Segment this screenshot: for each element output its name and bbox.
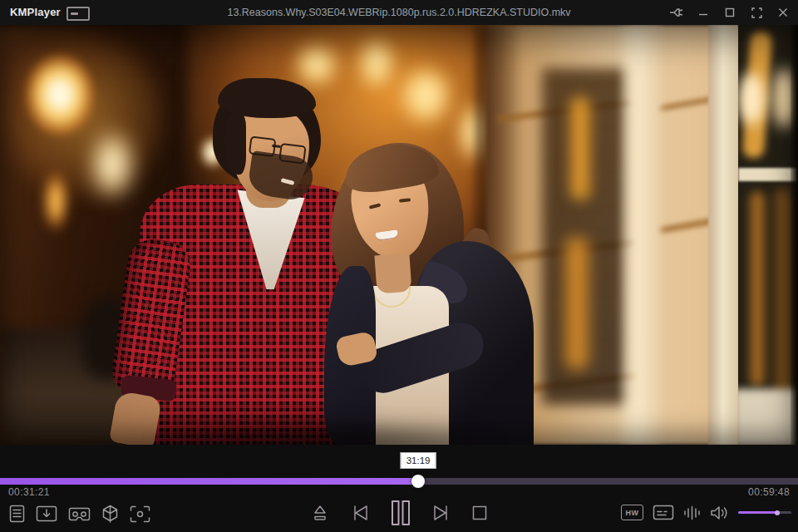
snapshot-icon [130,505,150,523]
equalizer-icon [683,505,701,520]
progress-handle[interactable] [411,475,425,488]
seek-bar[interactable] [0,478,798,485]
eject-icon [310,503,330,523]
vr-icon [68,506,91,522]
previous-icon [350,503,370,523]
stop-button[interactable] [471,505,488,521]
subtitle-icon [653,505,674,520]
subtitle-button[interactable] [653,505,674,520]
equalizer-button[interactable] [683,505,701,520]
pause-icon [390,500,411,526]
previous-button[interactable] [350,503,370,523]
volume-icon [710,505,729,520]
kmplayer-window: KMPlayer 13.Reasons.Why.S03E04.WEBRip.10… [0,0,798,532]
minimize-icon [698,7,708,17]
fullscreen-icon [751,7,762,18]
volume-slider[interactable] [738,511,791,514]
playlist-icon [9,505,25,523]
control-bar: 31:19 00:31:21 00:59:48 [0,445,798,532]
eject-button[interactable] [310,503,330,523]
left-toolbar [9,505,150,523]
video-area[interactable] [0,25,798,445]
maximize-icon [725,7,735,17]
fullscreen-button[interactable] [746,2,766,22]
transport-controls [310,498,488,528]
download-button[interactable] [36,505,57,522]
window-controls [667,0,793,25]
right-toolbar: HW [621,505,791,520]
total-time: 00:59:48 [748,486,790,498]
maximize-button[interactable] [720,2,740,22]
cube-3d-icon [101,505,119,523]
next-icon [431,503,451,523]
close-icon [778,7,788,17]
pause-button[interactable] [390,500,411,526]
pin-icon [669,7,684,18]
progress-fill [0,478,418,485]
mute-button[interactable] [710,505,729,520]
playlist-button[interactable] [9,505,25,523]
download-icon [36,505,57,522]
minimize-button[interactable] [693,2,713,22]
current-time: 00:31:21 [8,486,50,498]
snapshot-button[interactable] [130,505,150,523]
seek-tooltip: 31:19 [401,452,436,469]
hw-decoder-icon: HW [621,505,643,520]
volume-handle[interactable] [775,510,780,515]
next-button[interactable] [431,503,451,523]
volume-fill [738,511,777,514]
stop-icon [471,505,488,521]
cube-3d-button[interactable] [101,505,119,523]
titlebar[interactable]: KMPlayer 13.Reasons.Why.S03E04.WEBRip.10… [0,0,798,25]
seek-tooltip-time: 31:19 [406,456,431,466]
pin-button[interactable] [667,2,687,22]
vignette [0,25,798,445]
close-button[interactable] [773,2,793,22]
hw-decoder-button[interactable]: HW [621,505,643,520]
vr-button[interactable] [68,506,91,522]
